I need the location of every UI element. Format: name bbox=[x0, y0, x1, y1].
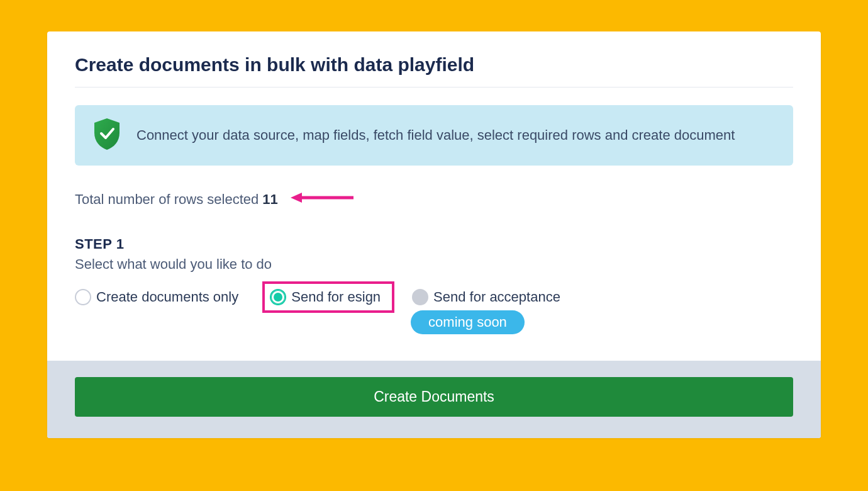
option-send-for-esign[interactable]: Send for esign bbox=[262, 281, 394, 313]
radio-icon bbox=[75, 289, 91, 305]
shield-check-icon bbox=[92, 118, 121, 153]
radio-icon bbox=[270, 289, 286, 305]
panel-body: Create documents in bulk with data playf… bbox=[47, 31, 821, 361]
dialog-panel: Create documents in bulk with data playf… bbox=[47, 31, 821, 438]
option-label: Send for acceptance bbox=[433, 289, 560, 305]
annotation-arrow-icon bbox=[291, 191, 353, 208]
step-description: Select what would you like to do bbox=[75, 256, 793, 273]
option-label: Send for esign bbox=[291, 289, 381, 305]
svg-marker-1 bbox=[291, 193, 302, 203]
coming-soon-badge: coming soon bbox=[411, 310, 525, 334]
options-row: Create documents only Send for esign Sen… bbox=[75, 289, 793, 334]
option-label: Create documents only bbox=[96, 289, 238, 305]
info-banner-text: Connect your data source, map fields, fe… bbox=[136, 126, 735, 145]
rows-selected-label: Total number of rows selected bbox=[75, 191, 259, 208]
step-label: STEP 1 bbox=[75, 236, 793, 252]
divider bbox=[75, 87, 793, 87]
info-banner: Connect your data source, map fields, fe… bbox=[75, 105, 793, 166]
create-documents-button[interactable]: Create Documents bbox=[75, 377, 793, 417]
radio-icon bbox=[412, 289, 428, 305]
rows-selected-count: 11 bbox=[262, 191, 277, 208]
option-send-for-acceptance: Send for acceptance bbox=[412, 289, 560, 305]
rows-selected-line: Total number of rows selected 11 bbox=[75, 191, 793, 208]
page-title: Create documents in bulk with data playf… bbox=[75, 54, 793, 76]
option-send-for-acceptance-group: Send for acceptance coming soon bbox=[412, 289, 560, 334]
panel-footer: Create Documents bbox=[47, 361, 821, 438]
option-create-documents-only[interactable]: Create documents only bbox=[75, 289, 238, 305]
